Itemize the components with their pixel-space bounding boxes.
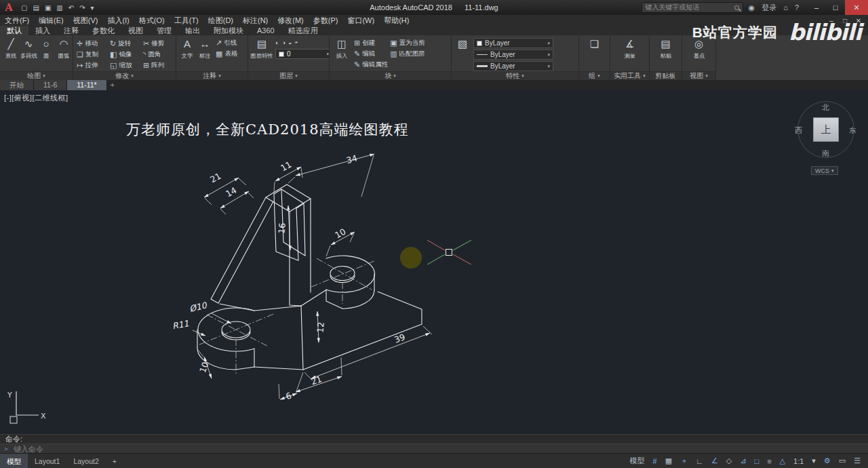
line-button[interactable]: ╱直线	[2, 37, 20, 61]
undo[interactable]: ↶	[66, 4, 76, 12]
panel-footer-groups[interactable]: 组▾	[579, 71, 610, 80]
redo[interactable]: ↷	[77, 4, 87, 12]
layer-select[interactable]: 0 ▾	[275, 49, 329, 59]
polyline-button[interactable]: ∿多段线	[20, 37, 37, 61]
lineweight-select[interactable]: ByLayer ▾	[473, 61, 553, 71]
edit-block-button[interactable]: ✎编辑	[354, 50, 388, 58]
trim-button[interactable]: ✂修剪	[143, 39, 172, 48]
ribbon-tab[interactable]: 视图	[121, 26, 150, 35]
panel-footer-properties[interactable]: 特性▾	[452, 71, 578, 80]
model-tab[interactable]: 模型	[0, 454, 28, 468]
signin-button[interactable]: 登录	[760, 3, 778, 13]
command-input[interactable]: ＞ 键入命令	[0, 444, 868, 454]
insert-block-button[interactable]: ◫ 插入	[332, 37, 352, 61]
panel-footer-modify[interactable]: 修改▾	[73, 71, 176, 80]
menu-item[interactable]: 编辑(E)	[34, 16, 68, 26]
ribbon-tab[interactable]: 参数化	[85, 26, 121, 35]
menu-item[interactable]: 工具(T)	[170, 16, 203, 26]
menu-item[interactable]: 参数(P)	[309, 16, 343, 26]
circle-button[interactable]: ○圆	[37, 37, 55, 61]
menu-item[interactable]: 窗口(W)	[342, 16, 379, 26]
isodraft-toggle[interactable]: ◇	[723, 456, 735, 465]
panel-footer-block[interactable]: 块▾	[330, 71, 451, 80]
table-button[interactable]: ▦表格	[216, 50, 237, 58]
menu-item[interactable]: 插入(I)	[102, 16, 134, 26]
match-properties-button[interactable]: ▧	[454, 37, 471, 52]
ribbon-tab[interactable]: 注释	[57, 26, 85, 35]
create-block-button[interactable]: ⊞创建	[354, 39, 388, 47]
minimize-button[interactable]: –	[807, 0, 826, 15]
new-file[interactable]: ▢	[19, 4, 29, 12]
qat-menu[interactable]: ▾	[89, 4, 96, 12]
layout1-tab[interactable]: Layout1	[28, 454, 66, 468]
mirror-button[interactable]: ◧镜像	[110, 50, 139, 59]
viewcube-top-face[interactable]: 上	[813, 117, 839, 142]
menu-item[interactable]: 格式(O)	[134, 16, 170, 26]
workspace-switcher[interactable]: ⚙	[821, 456, 834, 465]
text-button[interactable]: A文字	[178, 37, 196, 61]
viewcube-south[interactable]: 南	[822, 149, 829, 159]
file-tab-start[interactable]: 开始	[0, 80, 34, 90]
quick-properties-toggle[interactable]: ▭	[835, 456, 849, 465]
save-file[interactable]: ▣	[43, 4, 53, 12]
menu-item[interactable]: 修改(M)	[273, 16, 309, 26]
layer-tool-icon[interactable]: ◓	[294, 39, 298, 46]
panel-footer-view[interactable]: 视图▾	[682, 71, 715, 80]
paste-button[interactable]: ▤ 粘贴	[657, 37, 675, 61]
drawing-area[interactable]: 21 14 11 34 16 10 Ø10 R11 12 39 21 6 10	[0, 90, 868, 434]
object-color-select[interactable]: ByLayer ▾	[473, 38, 553, 48]
ribbon-tab[interactable]: 输出	[178, 26, 207, 35]
plot[interactable]: ▥	[54, 4, 64, 12]
menu-item[interactable]: 文件(F)	[0, 16, 34, 26]
annotation-visibility-toggle[interactable]: △	[776, 456, 789, 465]
new-layout-tab[interactable]: +	[106, 454, 123, 468]
search-icon[interactable]	[734, 5, 739, 10]
leader-button[interactable]: ↗引线	[216, 39, 237, 47]
ribbon-tab[interactable]: 默认	[0, 26, 28, 35]
rotate-button[interactable]: ↻旋转	[110, 39, 139, 48]
model-space-toggle[interactable]: 模型	[627, 456, 648, 466]
layer-tool-icon[interactable]: ◒	[288, 39, 292, 46]
measure-button[interactable]: ∡ 测量	[618, 37, 642, 61]
ribbon-tab[interactable]: 精选应用	[281, 26, 325, 35]
ribbon-tab[interactable]: 管理	[150, 26, 178, 35]
linetype-select[interactable]: ByLayer ▾	[473, 50, 553, 60]
panel-footer-annotate[interactable]: 注释▾	[176, 71, 248, 80]
fillet-button[interactable]: ◝圆角	[143, 50, 172, 59]
set-current-button[interactable]: ▣置为当前	[390, 39, 425, 47]
scale-menu[interactable]: ▾	[808, 456, 819, 465]
menu-item[interactable]: 绘图(D)	[203, 16, 238, 26]
array-button[interactable]: ⊞阵列	[143, 61, 172, 70]
open-file[interactable]: ▤	[31, 4, 41, 12]
lineweight-toggle[interactable]: ≡	[764, 457, 774, 465]
close-button[interactable]: ✕	[845, 0, 868, 15]
wcs-button[interactable]: WCS ▾	[811, 166, 838, 175]
polar-tracking-toggle[interactable]: ∠	[708, 456, 722, 465]
copy-button[interactable]: ❏复制	[77, 50, 106, 59]
a360-icon[interactable]: ⌂	[782, 3, 789, 12]
viewcube[interactable]: 北 南 西 东 上 WCS ▾	[791, 93, 861, 181]
move-button[interactable]: ✛移动	[77, 39, 106, 48]
dynamic-input-toggle[interactable]: ＋	[677, 456, 691, 466]
viewcube-north[interactable]: 北	[822, 102, 829, 113]
layer-tool-icon[interactable]: ◐	[275, 39, 279, 46]
stretch-button[interactable]: ↦拉伸	[77, 61, 106, 70]
new-drawing-tab-button[interactable]: +	[107, 80, 118, 90]
osnap-tracking-toggle[interactable]: ⊿	[736, 456, 749, 465]
ortho-toggle[interactable]: ∟	[692, 457, 707, 465]
annotation-scale[interactable]: 1:1	[790, 457, 807, 465]
snap-toggle[interactable]: ▦	[662, 456, 675, 465]
match-layer-button[interactable]: ▥匹配图层	[390, 50, 425, 58]
layout2-tab[interactable]: Layout2	[66, 454, 105, 468]
panel-footer-clipboard[interactable]: 剪贴板	[650, 71, 682, 80]
menu-item[interactable]: 视图(V)	[68, 16, 103, 26]
osnap-toggle[interactable]: □	[751, 457, 762, 465]
menu-item[interactable]: 标注(N)	[238, 16, 273, 26]
scale-button[interactable]: ◱缩放	[110, 61, 139, 70]
viewport-controls[interactable]: [-][俯视][二维线框]	[4, 93, 68, 103]
menu-item[interactable]: 帮助(H)	[379, 16, 414, 26]
maximize-button[interactable]: □	[826, 0, 845, 15]
ribbon-tab[interactable]: A360	[250, 26, 281, 35]
layer-properties-button[interactable]: ▤ 图层特性	[250, 37, 273, 61]
edit-attributes-button[interactable]: ✎编辑属性	[354, 60, 388, 69]
